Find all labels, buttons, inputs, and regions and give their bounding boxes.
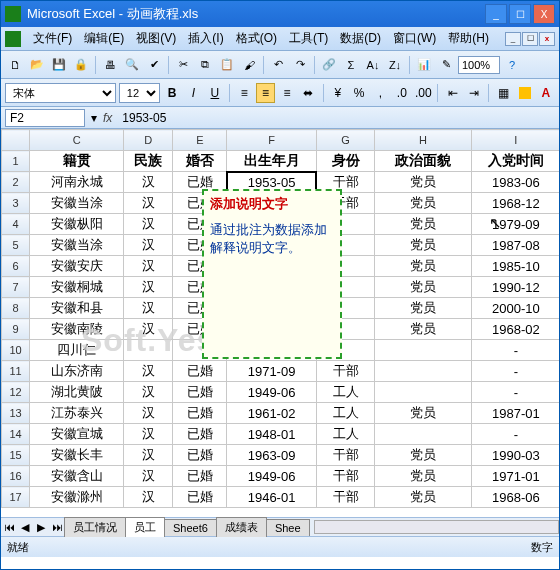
print-icon[interactable]: 🖶 [100, 55, 120, 75]
cell-comment[interactable]: 添加说明文字 通过批注为数据添加解释说明文字。 [202, 189, 342, 359]
sheet-tab[interactable]: 成绩表 [216, 517, 267, 537]
col-header[interactable]: E [173, 130, 227, 151]
tab-first-icon[interactable]: ⏮ [1, 519, 17, 535]
cell[interactable]: 汉 [124, 256, 173, 277]
tab-last-icon[interactable]: ⏭ [49, 519, 65, 535]
cell[interactable]: 湖北黄陂 [30, 382, 124, 403]
spreadsheet-grid[interactable]: Soft.Yesky.c图m C D E F G H I 1 籍贯民族婚否 出生… [1, 129, 559, 517]
open-icon[interactable]: 📂 [27, 55, 47, 75]
cell[interactable]: 党员 [375, 487, 471, 508]
inc-indent-button[interactable]: ⇥ [465, 83, 483, 103]
merge-button[interactable]: ⬌ [299, 83, 317, 103]
cell[interactable]: 干部 [316, 487, 375, 508]
menu-window[interactable]: 窗口(W) [387, 28, 442, 49]
fill-color-button[interactable] [515, 83, 533, 103]
cell[interactable]: 党员 [375, 193, 471, 214]
borders-button[interactable]: ▦ [494, 83, 512, 103]
cell[interactable]: 工人 [316, 424, 375, 445]
cell[interactable]: 已婚 [173, 466, 227, 487]
cell[interactable]: 1990-03 [471, 445, 559, 466]
row-header[interactable]: 4 [2, 214, 30, 235]
font-select[interactable]: 宋体 [5, 83, 116, 103]
cell[interactable]: 江苏泰兴 [30, 403, 124, 424]
menu-format[interactable]: 格式(O) [230, 28, 283, 49]
tab-next-icon[interactable]: ▶ [33, 519, 49, 535]
cell[interactable]: 1971-01 [471, 466, 559, 487]
align-center-button[interactable]: ≡ [256, 83, 275, 103]
cell[interactable]: 安徽滁州 [30, 487, 124, 508]
permission-icon[interactable]: 🔒 [71, 55, 91, 75]
col-header[interactable]: I [471, 130, 559, 151]
row-header[interactable]: 8 [2, 298, 30, 319]
formula-input[interactable]: 1953-05 [118, 111, 555, 125]
mdi-close[interactable]: x [539, 32, 555, 46]
cell[interactable]: 党员 [375, 214, 471, 235]
menu-tools[interactable]: 工具(T) [283, 28, 334, 49]
cell[interactable]: - [471, 361, 559, 382]
name-box[interactable]: F2 [5, 109, 85, 127]
percent-button[interactable]: % [350, 83, 368, 103]
underline-button[interactable]: U [206, 83, 224, 103]
cell[interactable]: 工人 [316, 382, 375, 403]
cell[interactable]: 已婚 [173, 424, 227, 445]
sheet-tab-active[interactable]: 员工 [125, 517, 165, 537]
cell[interactable]: 干部 [316, 466, 375, 487]
fx-icon[interactable]: fx [103, 111, 112, 125]
table-row[interactable]: 17安徽滁州汉已婚1946-01干部党员1968-06 [2, 487, 560, 508]
bold-button[interactable]: B [163, 83, 181, 103]
row-header[interactable]: 7 [2, 277, 30, 298]
cell[interactable]: 汉 [124, 403, 173, 424]
cell[interactable]: 安徽安庆 [30, 256, 124, 277]
cell[interactable]: 汉 [124, 466, 173, 487]
menu-edit[interactable]: 编辑(E) [78, 28, 130, 49]
cell[interactable]: 已婚 [173, 487, 227, 508]
mdi-minimize[interactable]: _ [505, 32, 521, 46]
cut-icon[interactable]: ✂ [173, 55, 193, 75]
paste-icon[interactable]: 📋 [217, 55, 237, 75]
italic-button[interactable]: I [184, 83, 202, 103]
cell[interactable]: 安徽含山 [30, 466, 124, 487]
sheet-tab[interactable]: 员工情况 [64, 517, 126, 537]
cell[interactable]: 1987-01 [471, 403, 559, 424]
autosum-icon[interactable]: Σ [341, 55, 361, 75]
cell[interactable]: 汉 [124, 487, 173, 508]
cell[interactable]: 汉 [124, 361, 173, 382]
sort-desc-icon[interactable]: Z↓ [385, 55, 405, 75]
row-header[interactable]: 2 [2, 172, 30, 193]
row-header[interactable]: 1 [2, 151, 30, 172]
cell[interactable]: 安徽长丰 [30, 445, 124, 466]
cell[interactable]: 山东济南 [30, 361, 124, 382]
cell[interactable]: 已婚 [173, 403, 227, 424]
minimize-button[interactable]: _ [485, 4, 507, 24]
cell[interactable]: 汉 [124, 214, 173, 235]
col-header[interactable]: F [227, 130, 316, 151]
format-painter-icon[interactable]: 🖌 [239, 55, 259, 75]
cell[interactable]: 党员 [375, 298, 471, 319]
cell[interactable]: 党员 [375, 319, 471, 340]
cell[interactable]: 党员 [375, 403, 471, 424]
table-row[interactable]: 14安徽宣城汉已婚1948-01工人- [2, 424, 560, 445]
dec-decimal-button[interactable]: .00 [414, 83, 432, 103]
cell[interactable]: 2000-10 [471, 298, 559, 319]
row-header[interactable]: 11 [2, 361, 30, 382]
mdi-restore[interactable]: ☐ [522, 32, 538, 46]
cell[interactable]: 党员 [375, 445, 471, 466]
cell[interactable]: 四川仁 [30, 340, 124, 361]
cell[interactable]: 党员 [375, 277, 471, 298]
cell[interactable]: 1983-06 [471, 172, 559, 193]
cell[interactable] [124, 340, 173, 361]
new-icon[interactable]: 🗋 [5, 55, 25, 75]
cell[interactable]: 安徽南陵 [30, 319, 124, 340]
cell[interactable]: 汉 [124, 235, 173, 256]
table-row[interactable]: 15安徽长丰汉已婚1963-09干部党员1990-03 [2, 445, 560, 466]
cell[interactable]: 1979-09 [471, 214, 559, 235]
cell[interactable]: 1961-02 [227, 403, 316, 424]
cell[interactable]: 安徽宣城 [30, 424, 124, 445]
cell[interactable]: - [471, 424, 559, 445]
table-row[interactable]: 1 籍贯民族婚否 出生年月身份政治面貌入党时间 [2, 151, 560, 172]
preview-icon[interactable]: 🔍 [122, 55, 142, 75]
redo-icon[interactable]: ↷ [290, 55, 310, 75]
col-header[interactable]: D [124, 130, 173, 151]
col-header[interactable]: C [30, 130, 124, 151]
cell[interactable]: 安徽枞阳 [30, 214, 124, 235]
